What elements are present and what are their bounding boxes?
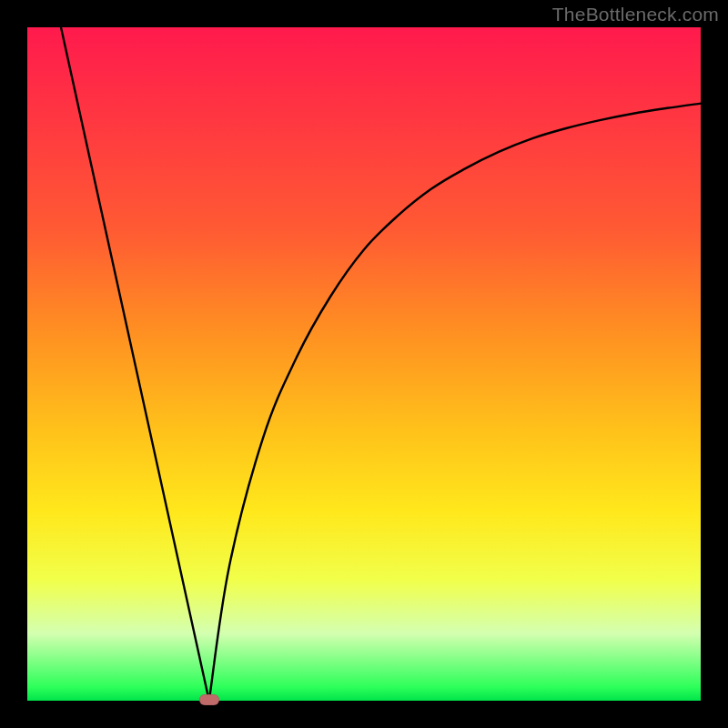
chart-frame: TheBottleneck.com [0, 0, 728, 728]
plot-area [27, 27, 701, 701]
bottleneck-curve [61, 27, 701, 701]
curve-svg [27, 27, 701, 701]
watermark-text: TheBottleneck.com [552, 4, 719, 25]
min-marker [199, 694, 219, 705]
